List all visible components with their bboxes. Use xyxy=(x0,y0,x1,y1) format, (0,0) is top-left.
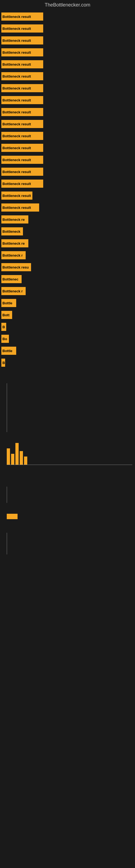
site-title: TheBottlenecker.com xyxy=(0,0,135,9)
bar-label: Bottleneck r xyxy=(2,289,23,293)
bar-label: Bottleneck result xyxy=(2,134,31,138)
chart-bar xyxy=(11,454,14,465)
result-bar: B xyxy=(1,323,6,331)
bar-row: Bottleneck result xyxy=(1,107,134,117)
result-bar: Bottleneck result xyxy=(1,96,43,104)
bar-label: Bottleneck resu xyxy=(2,265,29,269)
result-bar: Bottleneck result xyxy=(1,180,43,188)
bar-label: Bottle xyxy=(2,301,12,305)
bar-row: Bottleneck result xyxy=(1,35,134,45)
bar-label: Bottleneck xyxy=(2,229,20,234)
chart-bar xyxy=(7,448,10,465)
bar-row: Bottleneck resu xyxy=(1,262,134,272)
bar-label: B xyxy=(2,361,5,365)
bar-label: Bottleneck result xyxy=(2,74,31,79)
result-bar: Bottleneck result xyxy=(1,72,43,80)
bar-row: Bottleneck result xyxy=(1,119,134,129)
bar-label: Bottleneck result xyxy=(2,206,31,210)
bar-row: Bottleneck result xyxy=(1,131,134,141)
bar-label: B xyxy=(2,325,5,329)
bar-row: Bottleneck result xyxy=(1,143,134,153)
bar-row: B xyxy=(1,322,134,332)
bar-label: Bottleneck result xyxy=(2,158,31,162)
bar-row: Bottleneck re xyxy=(1,215,134,224)
bar-label: Bottle xyxy=(2,349,12,353)
bar-row: Bottleneck r xyxy=(1,250,134,260)
chart-bar xyxy=(24,457,27,465)
result-bar: Bottleneck result xyxy=(1,36,43,44)
bar-row: Bottleneck result xyxy=(1,71,134,81)
bar-row: Bottleneck result xyxy=(1,191,134,200)
result-bar: Bottleneck result xyxy=(1,48,43,56)
result-bar: Bottleneck result xyxy=(1,120,43,128)
bar-label: Bottleneck re xyxy=(2,241,25,246)
bar-label: Bottleneck result xyxy=(2,98,31,102)
bar-label: Bottleneck result xyxy=(2,62,31,66)
bar-label: Bottleneck result xyxy=(2,194,31,198)
bar-label: Bottlenec xyxy=(2,277,18,281)
bar-row: Bottle xyxy=(1,346,134,355)
bar-row: Bottleneck result xyxy=(1,203,134,212)
result-bar: Bottleneck result xyxy=(1,60,43,68)
bar-label: Bottleneck result xyxy=(2,51,31,55)
bar-row: Bottleneck result xyxy=(1,12,134,22)
bar-row: B xyxy=(1,358,134,368)
bar-row: Bott xyxy=(1,310,134,320)
bar-row: Bottleneck result xyxy=(1,59,134,69)
result-bar: Bottleneck result xyxy=(1,132,43,140)
result-bar: Bottleneck result xyxy=(1,144,43,152)
result-bar: Bottleneck result xyxy=(1,191,32,199)
page-wrapper: TheBottlenecker.com Bottleneck resultBot… xyxy=(0,0,135,554)
result-bar: Bottleneck re xyxy=(1,215,28,223)
bar-row: Bottleneck result xyxy=(1,179,134,188)
bar-label: Bottleneck r xyxy=(2,253,23,257)
chart-bar xyxy=(15,443,18,465)
result-bar: Bottleneck r xyxy=(1,251,26,259)
result-bar: Bottleneck result xyxy=(1,84,43,92)
bar-label: Bottleneck re xyxy=(2,218,25,222)
bar-row: Bottleneck result xyxy=(1,24,134,33)
result-bar: Bott xyxy=(1,311,12,319)
result-bar: Bo xyxy=(1,335,9,343)
bar-label: Bottleneck result xyxy=(2,86,31,90)
result-bar: Bottleneck result xyxy=(1,24,43,33)
result-bar: Bottle xyxy=(1,299,16,307)
result-bar: Bottleneck xyxy=(1,227,23,236)
bar-row: Bottle xyxy=(1,298,134,308)
bottom-bar xyxy=(7,514,17,519)
chart-bar xyxy=(20,451,23,465)
bar-row: Bottleneck xyxy=(1,226,134,236)
result-bar: B xyxy=(1,359,5,367)
bar-row: Bottleneck result xyxy=(1,48,134,57)
bar-row: Bo xyxy=(1,334,134,344)
bar-label: Bottleneck result xyxy=(2,182,31,186)
result-bar: Bottleneck resu xyxy=(1,263,31,271)
result-bar: Bottleneck re xyxy=(1,239,28,247)
result-bar: Bottleneck result xyxy=(1,204,39,212)
bar-label: Bottleneck result xyxy=(2,170,31,174)
bar-label: Bottleneck result xyxy=(2,27,31,31)
bar-label: Bo xyxy=(2,337,7,341)
bar-label: Bottleneck result xyxy=(2,38,31,42)
result-bar: Bottleneck result xyxy=(1,108,43,116)
bar-row: Bottleneck result xyxy=(1,95,134,105)
result-bar: Bottleneck r xyxy=(1,287,26,295)
result-bar: Bottle xyxy=(1,347,16,355)
bars-container: Bottleneck resultBottleneck resultBottle… xyxy=(0,9,135,372)
bar-row: Bottleneck result xyxy=(1,83,134,93)
bar-row: Bottlenec xyxy=(1,274,134,284)
bar-label: Bott xyxy=(2,313,9,317)
result-bar: Bottleneck result xyxy=(1,12,43,21)
bar-label: Bottleneck result xyxy=(2,122,31,126)
result-bar: Bottleneck result xyxy=(1,167,43,176)
result-bar: Bottleneck result xyxy=(1,156,43,164)
result-bar: Bottlenec xyxy=(1,275,21,283)
bar-label: Bottleneck result xyxy=(2,14,31,19)
bar-label: Bottleneck result xyxy=(2,146,31,150)
bar-row: Bottleneck r xyxy=(1,286,134,296)
bar-label: Bottleneck result xyxy=(2,110,31,114)
bar-row: Bottleneck result xyxy=(1,167,134,177)
bar-row: Bottleneck re xyxy=(1,239,134,248)
bar-row: Bottleneck result xyxy=(1,155,134,165)
